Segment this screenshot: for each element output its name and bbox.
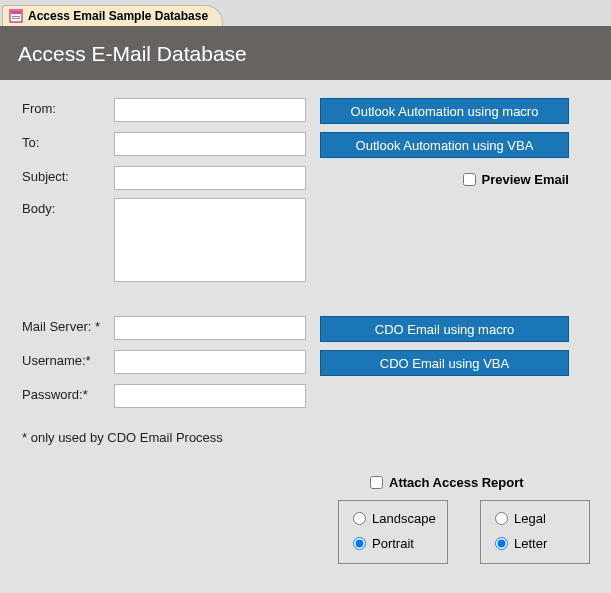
cdo-macro-button[interactable]: CDO Email using macro (320, 316, 569, 342)
radio-landscape-label: Landscape (372, 511, 436, 526)
attach-row: Attach Access Report (370, 475, 591, 490)
svg-rect-1 (11, 11, 21, 14)
label-to: To: (22, 132, 104, 150)
password-input[interactable] (114, 384, 306, 408)
attach-checkbox[interactable] (370, 476, 383, 489)
label-mailserver: Mail Server: * (22, 316, 104, 334)
radio-legal[interactable] (495, 512, 508, 525)
radio-letter-label: Letter (514, 536, 547, 551)
radio-portrait-row[interactable]: Portrait (353, 536, 433, 551)
username-input[interactable] (114, 350, 306, 374)
form-header: Access E-Mail Database (0, 26, 611, 80)
option-groups: Landscape Portrait Legal Letter (338, 500, 591, 564)
body-textarea[interactable] (114, 198, 306, 282)
attach-label: Attach Access Report (389, 475, 524, 490)
subject-input[interactable] (114, 166, 306, 190)
tab-title: Access Email Sample Database (28, 9, 208, 23)
to-input[interactable] (114, 132, 306, 156)
radio-landscape[interactable] (353, 512, 366, 525)
from-input[interactable] (114, 98, 306, 122)
label-from: From: (22, 98, 104, 116)
label-subject: Subject: (22, 166, 104, 184)
radio-letter-row[interactable]: Letter (495, 536, 575, 551)
preview-checkbox[interactable] (463, 173, 476, 186)
svg-rect-3 (12, 18, 20, 19)
orientation-group: Landscape Portrait (338, 500, 448, 564)
cdo-vba-button[interactable]: CDO Email using VBA (320, 350, 569, 376)
radio-letter[interactable] (495, 537, 508, 550)
outlook-vba-button[interactable]: Outlook Automation using VBA (320, 132, 569, 158)
preview-label: Preview Email (482, 172, 569, 187)
label-username: Username:* (22, 350, 104, 368)
outlook-macro-button[interactable]: Outlook Automation using macro (320, 98, 569, 124)
form-icon (9, 9, 23, 23)
page-title: Access E-Mail Database (18, 42, 247, 65)
mailserver-input[interactable] (114, 316, 306, 340)
radio-landscape-row[interactable]: Landscape (353, 511, 433, 526)
label-password: Password:* (22, 384, 104, 402)
radio-legal-row[interactable]: Legal (495, 511, 575, 526)
paper-group: Legal Letter (480, 500, 590, 564)
label-body: Body: (22, 198, 104, 216)
radio-portrait-label: Portrait (372, 536, 414, 551)
tab-active[interactable]: Access Email Sample Database (2, 5, 223, 26)
radio-legal-label: Legal (514, 511, 546, 526)
footnote: * only used by CDO Email Process (22, 430, 591, 445)
svg-rect-2 (12, 16, 20, 17)
radio-portrait[interactable] (353, 537, 366, 550)
preview-row: Preview Email (320, 172, 569, 187)
tab-bar: Access Email Sample Database (0, 0, 611, 26)
form-body: From: Outlook Automation using macro To:… (0, 80, 611, 584)
